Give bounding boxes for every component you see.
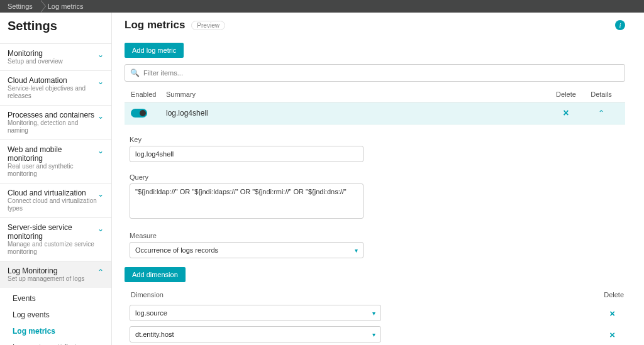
chevron-down-icon: ⌄ — [97, 223, 104, 233]
col-delete: Delete — [548, 90, 584, 98]
breadcrumb-bar: Settings Log metrics — [0, 0, 644, 13]
sidebar-item-sub: Set up management of logs — [8, 275, 97, 283]
sidebar-item-web-mobile[interactable]: Web and mobile monitoring Real user and … — [0, 140, 111, 183]
chevron-down-icon: ▾ — [372, 331, 375, 338]
sidebar-subitem-log-metrics[interactable]: Log metrics — [0, 323, 111, 339]
collapse-icon[interactable]: ⌃ — [584, 109, 619, 118]
breadcrumb-root[interactable]: Settings — [0, 0, 40, 13]
delete-icon[interactable]: × — [381, 329, 625, 340]
sidebar-item-sub: Service-level objectives and releases — [8, 85, 97, 100]
sidebar-item-log-monitoring[interactable]: Log Monitoring Set up management of logs… — [0, 261, 111, 288]
chevron-down-icon: ⌄ — [97, 76, 104, 86]
dimension-row: dt.entity.host ▾ × — [125, 324, 625, 345]
sidebar-item-server-side[interactable]: Server-side service monitoring Manage an… — [0, 217, 111, 261]
sidebar-item-sub: Manage and customize service monitoring — [8, 241, 97, 256]
sidebar-item-processes[interactable]: Processes and containers Monitoring, det… — [0, 105, 111, 140]
sidebar-item-label: Log Monitoring — [8, 266, 97, 275]
dim-col-delete: Delete — [586, 291, 624, 298]
dimension-value: dt.entity.host — [135, 331, 174, 338]
col-details: Details — [584, 90, 619, 98]
sidebar-item-sub: Connect cloud and virtualization types — [8, 197, 97, 212]
chevron-down-icon: ⌄ — [97, 111, 104, 121]
search-icon: 🔍 — [130, 68, 140, 77]
sidebar-item-sub: Setup and overview — [8, 58, 97, 65]
metric-summary: log.log4shell — [166, 109, 548, 118]
table-header: Enabled Summary Delete Details — [125, 87, 625, 102]
dimension-select[interactable]: log.source ▾ — [130, 305, 381, 321]
query-input[interactable] — [130, 183, 364, 219]
chevron-down-icon: ⌄ — [97, 145, 104, 155]
preview-tag: Preview — [191, 21, 225, 30]
dimension-value: log.source — [135, 309, 167, 317]
dim-col-name: Dimension — [131, 291, 586, 298]
sidebar-item-label: Web and mobile monitoring — [8, 145, 97, 163]
main-content: Log metrics Preview i Add log metric 🔍 E… — [112, 13, 644, 345]
col-enabled: Enabled — [131, 90, 166, 98]
sidebar-title: Settings — [0, 13, 111, 43]
delete-icon[interactable]: × — [381, 308, 625, 319]
sidebar-item-cloud-automation[interactable]: Cloud Automation Service-level objective… — [0, 70, 111, 105]
add-log-metric-button[interactable]: Add log metric — [125, 43, 184, 58]
query-label: Query — [130, 173, 364, 181]
key-input[interactable] — [130, 146, 364, 162]
breadcrumb-current: Log metrics — [40, 0, 91, 13]
sidebar-item-label: Cloud Automation — [8, 76, 97, 85]
filter-input[interactable] — [140, 67, 619, 79]
delete-icon[interactable]: × — [548, 107, 584, 119]
sidebar-item-sub: Real user and synthetic monitoring — [8, 163, 97, 178]
dimension-row: log.source ▾ × — [125, 302, 625, 324]
sidebar-item-label: Server-side service monitoring — [8, 223, 97, 241]
page-title: Log metrics — [125, 19, 185, 31]
key-label: Key — [130, 136, 364, 143]
sidebar-item-monitoring[interactable]: Monitoring Setup and overview ⌄ — [0, 43, 111, 70]
sidebar-subitem-log-events[interactable]: Log events — [0, 307, 111, 323]
sidebar-item-label: Cloud and virtualization — [8, 189, 97, 197]
chevron-up-icon: ⌃ — [97, 266, 104, 277]
chevron-down-icon: ▾ — [355, 247, 358, 254]
sidebar-sublist: Events Log events Log metrics Log custom… — [0, 288, 111, 345]
filter-box[interactable]: 🔍 — [125, 64, 625, 82]
sidebar-item-cloud-virtualization[interactable]: Cloud and virtualization Connect cloud a… — [0, 183, 111, 217]
measure-label: Measure — [130, 232, 364, 239]
dimension-select[interactable]: dt.entity.host ▾ — [130, 326, 381, 342]
chevron-down-icon: ⌄ — [97, 49, 104, 59]
enabled-toggle[interactable] — [131, 109, 147, 118]
measure-value: Occurrence of logs records — [135, 246, 218, 254]
dimension-header: Dimension Delete — [125, 287, 625, 302]
chevron-down-icon: ⌄ — [97, 189, 104, 199]
add-dimension-button[interactable]: Add dimension — [125, 267, 186, 282]
metric-row: log.log4shell × ⌃ — [125, 102, 625, 124]
sidebar-item-sub: Monitoring, detection and naming — [8, 119, 97, 134]
info-icon[interactable]: i — [615, 20, 625, 30]
measure-select[interactable]: Occurrence of logs records ▾ — [130, 242, 364, 258]
sidebar-item-label: Monitoring — [8, 49, 97, 58]
sidebar: Settings Monitoring Setup and overview ⌄… — [0, 13, 112, 345]
col-summary: Summary — [166, 90, 548, 98]
sidebar-item-label: Processes and containers — [8, 111, 97, 119]
chevron-down-icon: ▾ — [372, 310, 375, 317]
sidebar-subitem-events[interactable]: Events — [0, 290, 111, 307]
sidebar-subitem-custom-attributes[interactable]: Log custom attributes — [0, 339, 111, 345]
